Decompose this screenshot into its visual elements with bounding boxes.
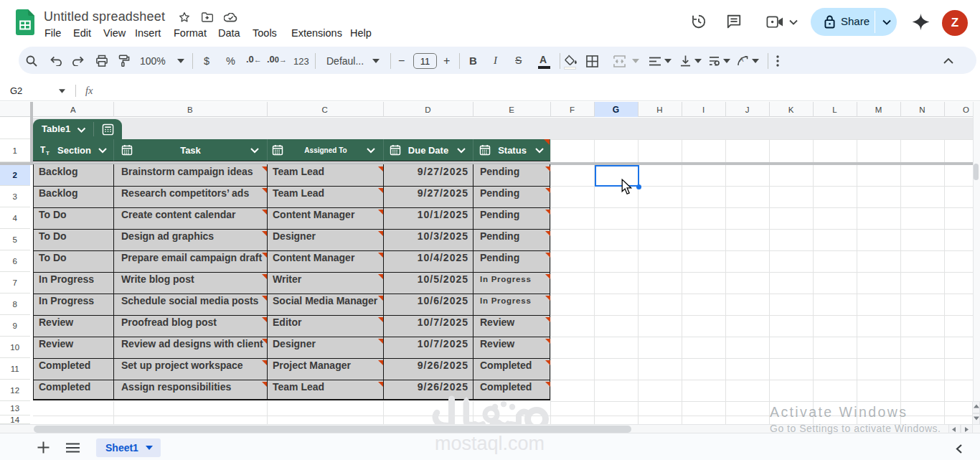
svg-text:A: A <box>740 56 744 63</box>
